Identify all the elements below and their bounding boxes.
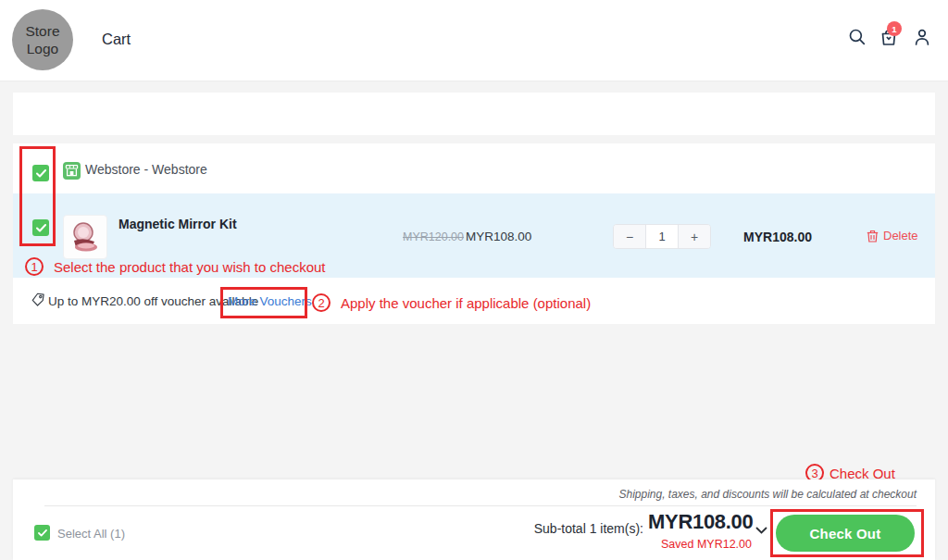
annotation-step1-text: Select the product that you wish to chec… (54, 259, 326, 275)
annotation-box-checkboxes (19, 146, 56, 246)
voucher-tag-icon (31, 292, 45, 310)
product-image[interactable] (63, 215, 107, 259)
cart-table-header: Product Unit Price Quantity Total Price (13, 93, 935, 135)
store-name[interactable]: Webstore - Webstore (85, 162, 207, 177)
product-original-price: MYR120.00 (403, 230, 464, 243)
store-logo-text: Store Logo (20, 22, 65, 58)
product-unit-price: MYR108.00 (466, 230, 531, 243)
product-total-price: MYR108.00 (713, 230, 842, 244)
cart-badge: 1 (887, 21, 902, 36)
quantity-increase-button[interactable]: + (679, 225, 710, 248)
top-navbar: Store Logo Cart 1 (0, 0, 948, 81)
quantity-decrease-button[interactable]: − (614, 225, 645, 248)
delete-button[interactable]: Delete (867, 229, 918, 243)
annotation-box-checkout (770, 509, 924, 557)
footer-divider (44, 505, 917, 506)
annotation-step2-text: Apply the voucher if applicable (optiona… (341, 295, 591, 311)
compact-mirror-image (67, 218, 104, 255)
page-title: Cart (102, 31, 131, 48)
quantity-stepper: − 1 + (613, 224, 711, 249)
product-title[interactable]: Magnetic Mirror Kit (118, 217, 237, 231)
account-icon[interactable] (913, 28, 931, 50)
chevron-down-icon[interactable] (755, 522, 767, 539)
saved-amount: Saved MYR12.00 (648, 538, 752, 551)
annotation-step2-number: 2 (312, 293, 331, 312)
subtotal-label: Sub-total 1 item(s): (514, 521, 643, 536)
annotation-step1-number: 1 (25, 257, 44, 276)
store-logo[interactable]: Store Logo (12, 9, 73, 70)
check-icon (38, 529, 47, 537)
trash-icon (867, 230, 879, 243)
storefront-icon (63, 162, 81, 183)
select-all-label: Select All (1) (57, 527, 125, 541)
subtotal-value: MYR108.00 (648, 510, 752, 534)
search-icon[interactable] (848, 28, 867, 50)
select-all-checkbox[interactable] (34, 525, 50, 541)
delete-label: Delete (883, 229, 918, 243)
quantity-value[interactable]: 1 (645, 225, 679, 248)
shipping-note: Shipping, taxes, and discounts will be c… (389, 488, 917, 501)
annotation-box-more-vouchers (220, 287, 307, 318)
